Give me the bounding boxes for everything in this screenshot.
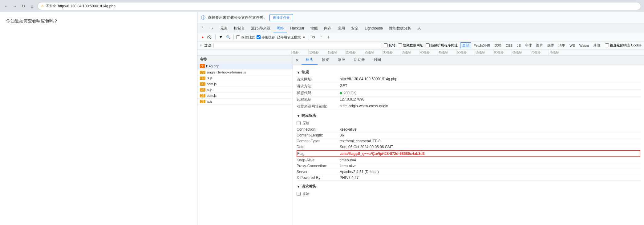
row-request-url: 请求网址: http://8.130.84.100:50001/f14g.php [297, 76, 640, 83]
filter-type-other[interactable]: 其他 [591, 43, 602, 48]
filter-type-media[interactable]: 媒体 [545, 43, 556, 48]
inspect-icon[interactable]: ⌝ [199, 25, 206, 32]
network-main: 名称 文 f14g.php JS single-file-hooks-frame… [197, 56, 644, 225]
separator-1 [215, 35, 216, 40]
val-request-method: GET [340, 84, 640, 89]
filter-type-js[interactable]: JS [515, 43, 523, 48]
val-x-powered-by: PHP/7.4.27 [340, 176, 640, 180]
request-item-js3[interactable]: JS js.js [197, 99, 293, 105]
detail-tab-response[interactable]: 响应 [334, 56, 350, 65]
val-server: Apache/2.4.51 (Debian) [340, 170, 640, 174]
search-button[interactable]: 🔍 [225, 34, 231, 40]
disable-cache-checkbox[interactable]: 停用缓存 [257, 35, 275, 40]
tab-ai[interactable]: 人 [414, 23, 424, 33]
tab-lighthouse[interactable]: Lighthouse [362, 23, 386, 33]
general-label: 常规 [302, 70, 309, 75]
disable-cache-label: 停用缓存 [261, 35, 275, 40]
detail-tab-headers[interactable]: 标头 [302, 56, 318, 65]
reload-button[interactable]: ↻ [20, 3, 26, 9]
devtools-icon-group: ⌝ ▭ [199, 25, 215, 32]
key-x-powered-by: X-Powered-By: [297, 176, 340, 180]
clear-log-button[interactable]: ⇓ [326, 34, 331, 40]
tab-sources[interactable]: 源代码/来源 [248, 23, 273, 33]
req-name-hooks: single-file-hooks-frames.js [207, 70, 290, 74]
filter-type-css[interactable]: CSS [504, 43, 515, 48]
tick-55ms: 55毫秒 [475, 49, 485, 55]
device-icon[interactable]: ▭ [207, 25, 215, 32]
cache-mode-arrow: ▼ [302, 36, 306, 39]
tab-security[interactable]: 安全 [348, 23, 362, 33]
val-proxy-connection: keep-alive [340, 164, 640, 168]
key-referrer-policy: 引荐来源网址策略: [297, 104, 340, 109]
separator-3 [308, 35, 308, 40]
tab-application[interactable]: 应用 [334, 23, 348, 33]
filter-type-fetch[interactable]: Fetch/XHR [472, 43, 492, 48]
response-headers-raw-row: 原始 [297, 120, 640, 127]
raw-checkbox-request[interactable] [297, 192, 301, 196]
req-name-f14g: f14g.php [206, 64, 290, 68]
row-flag: Flag: æ¤aªflagçS_ç~~aºÇæ§µi¾S-872d-68589… [297, 150, 640, 157]
back-button[interactable]: ← [3, 3, 9, 9]
record-button[interactable]: ● [200, 34, 205, 40]
forward-button[interactable]: → [12, 3, 18, 9]
filter-types: 全部 Fetch/XHR 文档 CSS JS 字体 图片 媒体 清单 WS Wa… [460, 42, 642, 48]
hide-data-checkbox[interactable]: 隐藏数据网址 [398, 43, 423, 48]
detail-tab-initiator[interactable]: 启动器 [350, 56, 369, 65]
row-server: Server: Apache/2.4.51 (Debian) [297, 169, 640, 175]
filter-type-ws[interactable]: WS [568, 43, 577, 48]
request-headers-label: 请求标头 [302, 184, 316, 189]
tab-hackbar[interactable]: HackBar [287, 23, 307, 33]
import-button[interactable]: ↻ [311, 34, 316, 40]
close-detail-button[interactable]: ✕ [293, 56, 302, 64]
tick-60ms: 60毫秒 [493, 49, 504, 55]
detail-panel: ✕ 标头 预览 响应 启动器 时间 ▼ 常规 请求网址: [293, 56, 644, 225]
req-type-js-5: JS [200, 94, 205, 97]
request-item-js1[interactable]: JS js.js [197, 75, 293, 81]
request-item-js2[interactable]: JS js.js [197, 87, 293, 93]
raw-checkbox-response[interactable] [297, 121, 301, 125]
file-picker-button[interactable]: 选择文件夹 [269, 14, 293, 21]
blocked-cookies-checkbox[interactable]: 被屏蔽的响应 Cookie [605, 43, 642, 48]
home-button[interactable]: ⌂ [29, 3, 35, 9]
tick-75ms: 75毫秒 [549, 49, 559, 55]
request-item-dom2[interactable]: JS dom.js [197, 93, 293, 99]
tab-performance[interactable]: 性能 [307, 23, 321, 33]
request-item-dom1[interactable]: JS dom.js [197, 81, 293, 87]
filter-type-img[interactable]: 图片 [534, 43, 545, 48]
preserve-log-checkbox[interactable]: 保留日志 [236, 35, 255, 40]
request-item-f14g[interactable]: 文 f14g.php [197, 63, 293, 69]
general-section-title: ▼ 常规 [297, 70, 640, 75]
filter-type-wasm[interactable]: Wasm [577, 43, 591, 48]
val-keep-alive: timeout=4 [340, 158, 640, 162]
filter-type-manifest[interactable]: 清单 [557, 43, 567, 48]
key-flag: Flag: [297, 152, 340, 156]
filter-type-font[interactable]: 字体 [523, 43, 534, 48]
filter-type-doc[interactable]: 文档 [493, 43, 503, 48]
clear-button[interactable]: ⃠ [207, 34, 213, 40]
response-headers-triangle: ▼ [297, 114, 300, 118]
tab-elements[interactable]: 元素 [217, 23, 231, 33]
row-x-powered-by: X-Powered-By: PHP/7.4.27 [297, 175, 640, 181]
row-status-code: 状态代码: 200 OK [297, 90, 640, 97]
page-question: 你知道如何查看响应包吗？ [6, 18, 191, 24]
filter-type-all[interactable]: 全部 [460, 42, 471, 48]
address-bar[interactable]: ⚠ 不安全 http://8.130.84.100:50001/f14g.php [38, 2, 641, 10]
tab-memory[interactable]: 内存 [321, 23, 334, 33]
row-keep-alive: Keep-Alive: timeout=4 [297, 157, 640, 163]
invert-checkbox[interactable]: 反转 [384, 43, 395, 48]
export-button[interactable]: ↑ [318, 34, 324, 40]
detail-tab-preview[interactable]: 预览 [318, 56, 334, 65]
val-content-length: 36 [340, 133, 640, 137]
tab-perf-insights[interactable]: 性能数据分析 [386, 23, 414, 33]
req-name-dom2: dom.js [207, 94, 290, 97]
hide-extension-checkbox[interactable]: 隐藏扩展程序网址 [426, 43, 458, 48]
tab-console[interactable]: 控制台 [231, 23, 248, 33]
filter-button[interactable]: ▼ [218, 34, 224, 40]
tab-network[interactable]: 网络 [273, 23, 287, 33]
request-item-hooks[interactable]: JS single-file-hooks-frames.js [197, 69, 293, 75]
detail-tab-timing[interactable]: 时间 [369, 56, 385, 65]
val-status-code: 200 OK [340, 90, 640, 96]
req-type-js-4: JS [200, 88, 205, 92]
raw-label-request: 原始 [302, 191, 309, 196]
key-proxy-connection: Proxy-Connection: [297, 164, 340, 168]
